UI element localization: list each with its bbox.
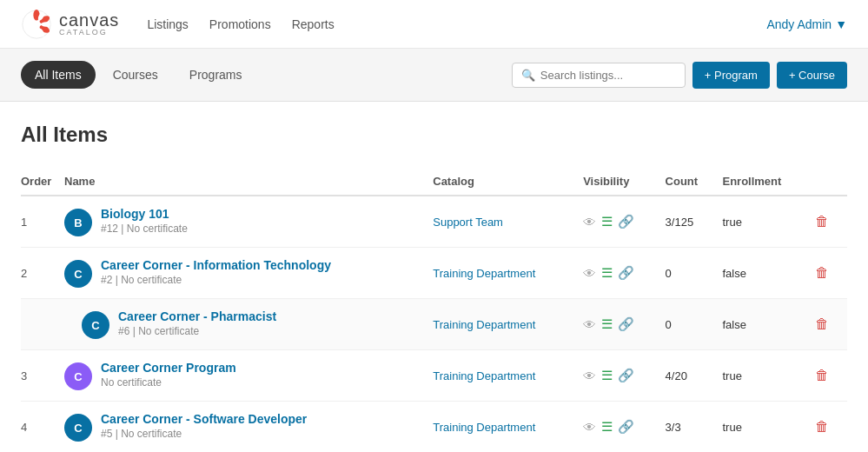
tab-courses[interactable]: Courses — [99, 61, 172, 89]
visibility-eye-icon[interactable]: 👁 — [583, 215, 596, 229]
toolbar-right: 🔍 + Program + Course — [512, 62, 847, 89]
col-catalog: Catalog — [433, 168, 583, 196]
item-icon: C — [64, 260, 92, 288]
visibility-eye-icon[interactable]: 👁 — [583, 317, 596, 332]
enrollment-cell: true — [722, 350, 814, 402]
logo-catalog-text: CATALOG — [59, 29, 119, 37]
navbar: canvas CATALOG Listings Promotions Repor… — [0, 0, 868, 49]
delete-icon[interactable]: 🗑 — [815, 316, 829, 331]
item-sub: #12 | No certificate — [101, 223, 188, 235]
item-sub: No certificate — [101, 376, 236, 389]
catalog-cell: Training Department — [433, 350, 583, 402]
logo-icon — [21, 9, 52, 40]
nav-listings[interactable]: Listings — [147, 17, 188, 31]
add-course-button[interactable]: + Course — [777, 62, 847, 89]
col-order: Order — [21, 168, 64, 196]
visibility-link-icon[interactable]: 🔗 — [618, 316, 634, 332]
table-body: 1 B Biology 101 #12 | No certificate Sup… — [21, 196, 847, 452]
visibility-link-icon[interactable]: 🔗 — [618, 265, 634, 281]
col-enrollment: Enrollment — [722, 168, 814, 196]
item-sub: #2 | No certificate — [101, 274, 331, 286]
add-course-label: + Course — [789, 69, 835, 82]
items-table-container: Order Name Catalog Visibility Count Enro… — [21, 168, 847, 452]
visibility-list-icon[interactable]: ☰ — [601, 265, 613, 281]
delete-cell: 🗑 — [815, 350, 847, 402]
user-dropdown-icon: ▼ — [835, 17, 847, 31]
table-row: 4 C Career Corner - Software Developer #… — [21, 402, 847, 453]
col-count: Count — [666, 168, 723, 196]
visibility-cell: 👁 ☰ 🔗 — [583, 299, 665, 350]
catalog-cell: Training Department — [433, 248, 583, 299]
catalog-link[interactable]: Training Department — [433, 421, 535, 434]
nav-promotions[interactable]: Promotions — [209, 17, 271, 31]
item-sub: #6 | No certificate — [118, 325, 276, 337]
order-cell: 1 — [21, 196, 64, 248]
table-row: 1 B Biology 101 #12 | No certificate Sup… — [21, 196, 847, 248]
col-visibility: Visibility — [583, 168, 665, 196]
count-cell: 3/3 — [666, 402, 723, 453]
item-sub: #5 | No certificate — [101, 428, 307, 440]
table-row: 3 C Career Corner Program No certificate… — [21, 350, 847, 402]
catalog-link[interactable]: Support Team — [433, 216, 503, 229]
item-name-link[interactable]: Career Corner - Software Developer — [101, 412, 307, 426]
visibility-list-icon[interactable]: ☰ — [601, 214, 613, 229]
catalog-link[interactable]: Training Department — [433, 369, 535, 382]
delete-cell: 🗑 — [815, 299, 847, 350]
item-icon: C — [64, 414, 92, 442]
items-table: Order Name Catalog Visibility Count Enro… — [21, 168, 847, 452]
visibility-eye-icon[interactable]: 👁 — [583, 369, 596, 383]
order-cell: 3 — [21, 350, 64, 402]
tab-programs[interactable]: Programs — [176, 61, 256, 89]
count-cell: 0 — [666, 248, 723, 299]
item-name-info: Career Corner - Information Technology #… — [101, 258, 331, 286]
name-cell: C Career Corner - Software Developer #5 … — [64, 402, 433, 453]
page-title: All Items — [21, 123, 847, 147]
name-cell: B Biology 101 #12 | No certificate — [64, 196, 433, 248]
logo-canvas-text: canvas — [59, 11, 119, 29]
delete-icon[interactable]: 🗑 — [815, 214, 829, 229]
nav-links: Listings Promotions Reports — [147, 17, 766, 31]
logo: canvas CATALOG — [21, 9, 119, 40]
table-header: Order Name Catalog Visibility Count Enro… — [21, 168, 847, 196]
search-input[interactable] — [540, 69, 676, 82]
content: All Items Order Name Catalog Visibility … — [0, 102, 868, 452]
item-name-info: Biology 101 #12 | No certificate — [101, 207, 188, 235]
item-name-link[interactable]: Career Corner - Pharmacist — [118, 309, 276, 323]
visibility-eye-icon[interactable]: 👁 — [583, 420, 596, 435]
visibility-link-icon[interactable]: 🔗 — [618, 419, 634, 435]
visibility-list-icon[interactable]: ☰ — [601, 368, 613, 383]
visibility-list-icon[interactable]: ☰ — [601, 316, 613, 332]
enrollment-cell: true — [722, 402, 814, 453]
enrollment-cell: false — [722, 248, 814, 299]
item-name-info: Career Corner Program No certificate — [101, 361, 236, 389]
table-row: 2 C Career Corner - Information Technolo… — [21, 248, 847, 299]
add-program-button[interactable]: + Program — [692, 62, 770, 89]
user-menu[interactable]: Andy Admin ▼ — [766, 17, 847, 31]
delete-icon[interactable]: 🗑 — [815, 419, 829, 434]
visibility-link-icon[interactable]: 🔗 — [618, 214, 634, 229]
delete-cell: 🗑 — [815, 248, 847, 299]
item-name-link[interactable]: Biology 101 — [101, 207, 169, 221]
search-box: 🔍 — [512, 63, 686, 88]
item-icon: C — [64, 362, 92, 390]
visibility-link-icon[interactable]: 🔗 — [618, 368, 634, 383]
visibility-cell: 👁 ☰ 🔗 — [583, 350, 665, 402]
delete-icon[interactable]: 🗑 — [815, 265, 829, 280]
visibility-list-icon[interactable]: ☰ — [601, 419, 613, 435]
nav-reports[interactable]: Reports — [292, 17, 335, 31]
order-cell: 4 — [21, 402, 64, 453]
catalog-link[interactable]: Training Department — [433, 318, 535, 331]
count-cell: 0 — [666, 299, 723, 350]
catalog-cell: Training Department — [433, 402, 583, 453]
item-name-info: Career Corner - Software Developer #5 | … — [101, 412, 307, 440]
visibility-eye-icon[interactable]: 👁 — [583, 266, 596, 281]
catalog-link[interactable]: Training Department — [433, 267, 535, 280]
delete-cell: 🗑 — [815, 402, 847, 453]
item-icon: B — [64, 209, 92, 236]
tab-all-items[interactable]: All Items — [21, 61, 96, 89]
catalog-cell: Support Team — [433, 196, 583, 248]
item-name-link[interactable]: Career Corner Program — [101, 361, 236, 375]
item-name-link[interactable]: Career Corner - Information Technology — [101, 258, 331, 272]
delete-icon[interactable]: 🗑 — [815, 368, 829, 382]
item-name-info: Career Corner - Pharmacist #6 | No certi… — [118, 309, 276, 337]
